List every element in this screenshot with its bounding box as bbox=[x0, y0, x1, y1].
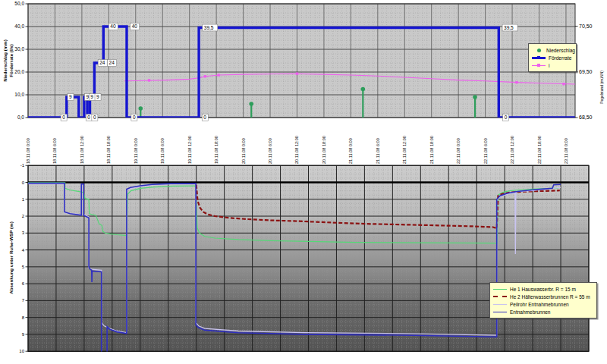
x-tick-label: 19.11.08 6:00 bbox=[160, 138, 165, 164]
x-tick-label: 18.11.08 6:00 bbox=[52, 138, 57, 164]
niederschlag-dot bbox=[249, 102, 253, 106]
x-tick-label: 22.11.08 12:00 bbox=[510, 136, 514, 164]
y-tick-label: 10 bbox=[19, 349, 24, 353]
y-tick-label: 4 bbox=[22, 248, 25, 253]
legend-label: Entnahmebrunnen bbox=[510, 309, 551, 315]
y-left-tick-label: 10,0 bbox=[14, 92, 24, 97]
y-tick-label: 5 bbox=[22, 265, 25, 269]
y-tick-label: 0 bbox=[22, 180, 25, 185]
point-label: 9 bbox=[86, 94, 89, 99]
x-tick-label: 23.11.08 0:00 bbox=[564, 138, 568, 164]
x-tick-label: 22.11.08 0:00 bbox=[456, 138, 461, 164]
x-tick-label: 22.11.08 18:00 bbox=[537, 136, 542, 164]
y-tick-label: 6 bbox=[22, 281, 25, 286]
legend-label: Peilrohr Entnahmebrunnen bbox=[510, 302, 569, 307]
x-tick-label: 22.11.08 6:00 bbox=[483, 138, 488, 164]
legend-item-foerderrate: Förderrate bbox=[532, 54, 573, 61]
legend-item-peilrohr: Peilrohr Entnahmebrunnen bbox=[493, 300, 593, 308]
pump-test-chart-page: 099990024244040039,5039,500,010,020,030,… bbox=[0, 0, 607, 364]
y-tick-label: 2 bbox=[22, 214, 25, 218]
y-left-axis-label-line2: Förderrate (l/s) bbox=[8, 44, 14, 77]
peilrohr-line-icon bbox=[493, 304, 507, 305]
point-label: 39,5 bbox=[204, 25, 214, 30]
y-left-tick-label: 30,0 bbox=[14, 46, 24, 52]
series-i-marker bbox=[148, 79, 150, 81]
y-tick-label: 7 bbox=[22, 298, 25, 303]
legend-item-entnahmebrunnen: Entnahmebrunnen bbox=[493, 308, 593, 315]
point-label: 9 bbox=[69, 94, 72, 99]
x-tick-label: 20.11.08 0:00 bbox=[241, 138, 246, 164]
y-tick-label: 3 bbox=[22, 231, 25, 235]
y-right-axis-label: Pegelstand (müNN) bbox=[599, 71, 604, 104]
bottom-chart: -1012345678910Absenkung unter Ruhe-WSP (… bbox=[8, 163, 589, 359]
y-right-tick-label: 68,50 bbox=[579, 115, 593, 120]
y-axis-label: Absenkung unter Ruhe-WSP (m) bbox=[8, 221, 14, 293]
x-tick-label: 19.11.08 18:00 bbox=[214, 136, 219, 164]
he1-line-icon bbox=[493, 289, 507, 290]
series-i-marker bbox=[562, 83, 565, 85]
legend-item-he2: He 2 Hälterwasserbrunnen R = 55 m bbox=[493, 293, 593, 300]
point-label: 9 bbox=[90, 94, 93, 99]
x-tick-label: 21.11.08 12:00 bbox=[402, 136, 407, 164]
x-tick-label: 21.11.08 0:00 bbox=[348, 138, 353, 164]
x-tick-label: 20.11.08 18:00 bbox=[322, 136, 326, 164]
series-i-marker bbox=[296, 72, 298, 74]
gradient-line-icon bbox=[532, 65, 546, 66]
y-left-tick-label: 20,0 bbox=[14, 69, 24, 74]
y-right-tick-label: 69,50 bbox=[579, 69, 593, 74]
y-left-axis-label-line1: Niederschlag (mm) bbox=[2, 39, 8, 82]
series-i-marker bbox=[515, 81, 517, 83]
niederschlag-dot bbox=[473, 95, 477, 99]
legend-item-he1: He 1 Hauswasserbr. R = 15 m bbox=[493, 285, 593, 293]
point-label: 0 bbox=[133, 115, 136, 120]
x-tick-label: 21.11.08 6:00 bbox=[376, 138, 380, 164]
y-tick-label: 8 bbox=[22, 315, 25, 320]
x-tick-label: 18.11.08 18:00 bbox=[106, 136, 111, 164]
series-i-marker bbox=[217, 74, 219, 76]
series-i-marker bbox=[204, 75, 206, 77]
point-label: 24 bbox=[99, 60, 105, 65]
niederschlag-dot-icon bbox=[537, 49, 541, 52]
x-tick-label: 19.11.08 12:00 bbox=[187, 136, 192, 164]
point-label: 40 bbox=[132, 24, 138, 29]
x-tick-label: 21.11.08 18:00 bbox=[429, 136, 434, 164]
legend-item-i: i bbox=[532, 61, 573, 69]
foerderrate-line-icon bbox=[532, 57, 546, 59]
point-label: 0 bbox=[62, 115, 65, 120]
point-label: 24 bbox=[109, 60, 115, 65]
x-tick-label: 20.11.08 12:00 bbox=[294, 136, 299, 164]
legend-label: Förderrate bbox=[549, 55, 571, 61]
point-label: 9 bbox=[96, 94, 99, 99]
point-label: 0 bbox=[505, 115, 508, 120]
he2-dashed-line-icon bbox=[493, 296, 507, 297]
point-label: 0 bbox=[87, 115, 90, 120]
y-left-tick-label: 0,0 bbox=[17, 115, 24, 120]
niederschlag-dot bbox=[361, 87, 366, 92]
y-tick-label: -1 bbox=[20, 163, 25, 168]
point-label: 0 bbox=[93, 115, 96, 120]
legend-item-niederschlag: Niederschlag bbox=[532, 46, 573, 54]
bottom-chart-legend: He 1 Hauswasserbr. R = 15 m He 2 Hälterw… bbox=[489, 282, 597, 318]
niederschlag-dot bbox=[138, 106, 143, 111]
legend-label: He 2 Hälterwasserbrunnen R = 55 m bbox=[510, 294, 590, 300]
top-chart-legend: Niederschlag Förderrate i bbox=[528, 43, 577, 72]
x-tick-label: 18.11.08 0:00 bbox=[26, 138, 30, 164]
point-label: 40 bbox=[110, 24, 116, 29]
y-tick-label: 1 bbox=[22, 197, 25, 202]
x-tick-label: 18.11.08 12:00 bbox=[80, 136, 84, 164]
point-label: 0 bbox=[203, 115, 206, 120]
x-tick-label: 20.11.08 6:00 bbox=[268, 138, 272, 164]
bottom-major-grid bbox=[28, 165, 589, 351]
y-tick-label: 9 bbox=[22, 332, 25, 337]
legend-label: i bbox=[549, 63, 549, 68]
point-label: 39,5 bbox=[504, 25, 514, 30]
y-right-tick-label: 70,50 bbox=[579, 24, 593, 29]
y-left-tick-label: 40,0 bbox=[14, 24, 24, 29]
x-axis-labels: 18.11.08 0:0018.11.08 6:0018.11.08 12:00… bbox=[26, 136, 568, 164]
legend-label: He 1 Hauswasserbr. R = 15 m bbox=[510, 287, 576, 292]
top-chart: 099990024244040039,5039,500,010,020,030,… bbox=[2, 1, 604, 121]
entnahmebrunnen-line-icon bbox=[493, 312, 507, 312]
legend-label: Niederschlag bbox=[546, 48, 575, 53]
y-left-tick-label: 50,0 bbox=[14, 1, 24, 6]
x-tick-label: 19.11.08 0:00 bbox=[134, 138, 138, 164]
